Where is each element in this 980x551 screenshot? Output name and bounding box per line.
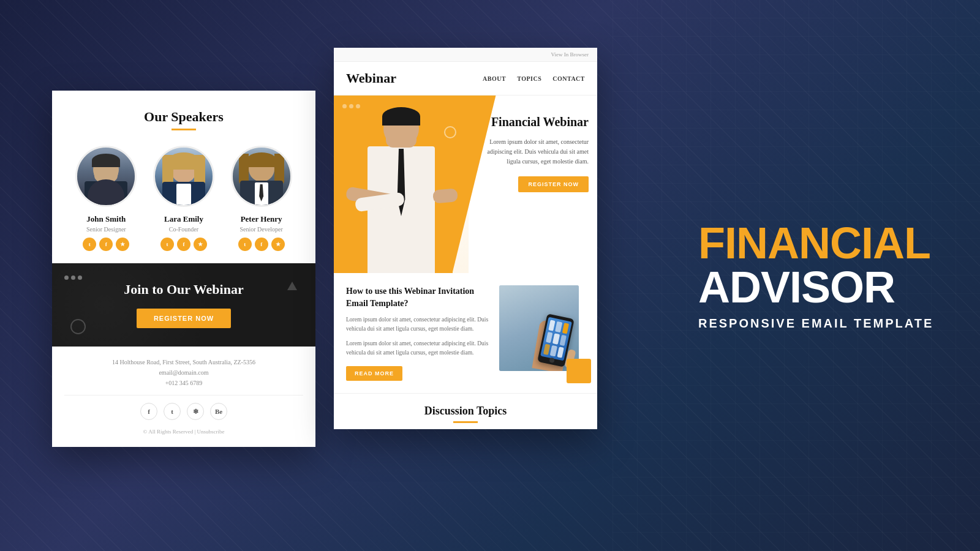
facebook-icon[interactable]: f — [255, 238, 268, 251]
footer-social-row: f t ❄ Be — [64, 403, 303, 420]
speakers-title: Our Speakers — [70, 109, 297, 125]
hero-description: Lorem ipsum dolor sit amet, consectetur … — [472, 137, 589, 167]
dot — [64, 276, 69, 280]
header-nav: ABOUT TOPICS CONTACT — [483, 75, 585, 82]
header-logo: Webinar — [346, 70, 396, 86]
article-text: How to use this Webinar Invitation Email… — [346, 285, 491, 381]
email-footer: 14 Holthouse Road, First Street, South A… — [52, 347, 315, 447]
speakers-section: Our Speakers — [52, 91, 315, 263]
speaker-item: John Smith Senior Designer t f ★ — [72, 146, 140, 251]
facebook-icon[interactable]: f — [99, 238, 113, 251]
twitter-icon[interactable]: t — [160, 238, 174, 251]
email-left-template: Our Speakers — [52, 91, 315, 447]
join-title: Join to Our Webinar — [70, 282, 297, 298]
hero-title: Financial Webinar — [472, 114, 589, 130]
speaker-avatar — [153, 146, 214, 207]
footer-copyright: © All Rights Reserved | Unsubscribe — [64, 429, 303, 435]
footer-facebook-icon[interactable]: f — [140, 403, 157, 420]
brand-section: FINANCIAL ADVISOR RESPONSIVE EMAIL TEMPL… — [698, 221, 943, 331]
discussion-underline — [453, 421, 478, 423]
orange-corner-decoration — [567, 359, 591, 383]
footer-divider — [64, 395, 303, 395]
hero-section: Financial Webinar Lorem ipsum dolor sit … — [334, 96, 597, 273]
dot — [78, 276, 82, 280]
speaker-item: Lara Emily Co-Founder t f ★ — [150, 146, 217, 251]
speaker-social: t f ★ — [83, 238, 129, 251]
discussion-section: Discussion Topics — [334, 393, 597, 429]
hero-register-button[interactable]: REGISTER NOW — [518, 176, 589, 192]
speakers-grid: John Smith Senior Designer t f ★ — [70, 146, 297, 251]
speaker-role: Senior Designer — [86, 226, 126, 233]
footer-behance-icon[interactable]: Be — [210, 403, 227, 420]
read-more-button[interactable]: READ MORE — [346, 366, 402, 381]
footer-phone: +012 345 6789 — [64, 380, 303, 386]
instagram-icon[interactable]: ★ — [194, 238, 207, 251]
register-button[interactable]: REGISTER NOW — [137, 309, 231, 328]
brand-advisor: ADVISOR — [698, 265, 943, 309]
speaker-avatar — [75, 146, 137, 207]
speaker-role: Co-Founder — [169, 226, 198, 233]
brand-subtitle: RESPONSIVE EMAIL TEMPLATE — [698, 317, 943, 331]
speaker-avatar — [231, 146, 292, 207]
circle-decoration — [70, 319, 86, 334]
article-image — [499, 285, 585, 377]
nav-topics[interactable]: TOPICS — [517, 75, 541, 82]
speaker-name: Lara Emily — [164, 214, 203, 224]
dot — [71, 276, 75, 280]
article-title: How to use this Webinar Invitation Email… — [346, 285, 491, 309]
facebook-icon[interactable]: f — [177, 238, 190, 251]
twitter-icon[interactable]: t — [83, 238, 96, 251]
twitter-icon[interactable]: t — [238, 238, 252, 251]
email-right-template: View In Browser Webinar ABOUT TOPICS CON… — [334, 48, 597, 429]
nav-contact[interactable]: CONTACT — [552, 75, 585, 82]
top-bar: View In Browser — [334, 48, 597, 62]
content-wrapper: Our Speakers — [0, 0, 980, 551]
triangle-decoration — [287, 282, 297, 290]
speakers-underline — [172, 129, 196, 130]
speaker-name: John Smith — [86, 214, 126, 224]
discussion-title: Discussion Topics — [346, 405, 585, 418]
footer-twitter-icon[interactable]: t — [164, 403, 181, 420]
footer-instagram-icon[interactable]: ❄ — [187, 403, 204, 420]
speaker-item: Peter Henry Senior Developer t f ★ — [228, 146, 295, 251]
article-image-inner — [499, 285, 579, 371]
dots-decoration — [64, 276, 82, 280]
article-body-2: Lorem ipsum dolor sit amet, consectetur … — [346, 339, 491, 358]
speaker-social: t f ★ — [238, 238, 285, 251]
article-section: How to use this Webinar Invitation Email… — [334, 273, 597, 393]
instagram-icon[interactable]: ★ — [271, 238, 285, 251]
article-body-1: Lorem ipsum dolor sit amet, consectetur … — [346, 315, 491, 334]
speaker-name: Peter Henry — [241, 214, 282, 224]
nav-about[interactable]: ABOUT — [483, 75, 506, 82]
brand-financial: FINANCIAL — [698, 221, 943, 265]
footer-address: 14 Holthouse Road, First Street, South A… — [64, 359, 303, 365]
speaker-social: t f ★ — [160, 238, 207, 251]
instagram-icon[interactable]: ★ — [116, 238, 129, 251]
hero-text: Financial Webinar Lorem ipsum dolor sit … — [472, 114, 589, 192]
email-header: Webinar ABOUT TOPICS CONTACT — [334, 62, 597, 96]
footer-email: email@domain.com — [64, 369, 303, 376]
speaker-role: Senior Developer — [240, 226, 283, 233]
hero-person — [334, 102, 469, 273]
dark-section: Join to Our Webinar REGISTER NOW — [52, 263, 315, 347]
phone-illustration — [499, 285, 579, 371]
